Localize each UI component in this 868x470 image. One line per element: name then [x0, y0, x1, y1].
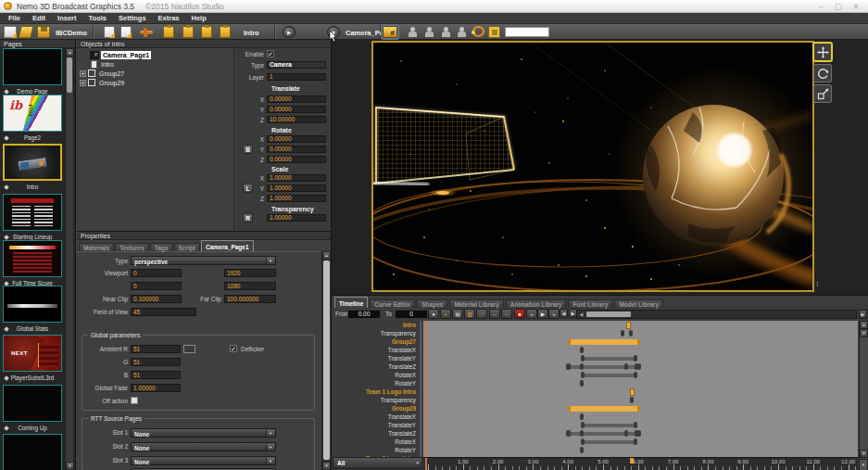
track-name[interactable]: RotateX	[332, 371, 420, 379]
keyframe[interactable]	[580, 380, 584, 387]
scrollbar-thumb[interactable]	[67, 57, 72, 93]
track-bar-group29[interactable]	[568, 406, 639, 412]
rotate-object-tool-icon[interactable]	[440, 26, 453, 38]
record-button[interactable]: ●	[428, 309, 439, 319]
slot-2-dropdown[interactable]: None	[131, 442, 276, 451]
ambient-b-field[interactable]: 51	[131, 371, 181, 379]
track-name[interactable]: Group27	[332, 337, 420, 346]
global-fade-field[interactable]: 1.00000	[131, 384, 181, 392]
keyframe[interactable]	[580, 413, 584, 420]
loop-button[interactable]: ○	[476, 309, 487, 319]
track-name[interactable]: Transparency	[332, 329, 420, 337]
page-label[interactable]: PlayerSubstL3rd	[0, 374, 65, 382]
track-area[interactable]	[423, 321, 858, 457]
scroll-up-icon[interactable]: ▲	[66, 48, 74, 57]
tab-animation-library[interactable]: Animation Library	[506, 299, 567, 308]
rotate-x-field[interactable]: 0.00000	[267, 135, 326, 143]
scale-tool-button[interactable]	[813, 84, 832, 103]
page-thumb-global-stats[interactable]	[3, 286, 62, 323]
copy-keys-button[interactable]: ▤	[452, 309, 463, 319]
fov-field[interactable]: 45	[131, 308, 196, 316]
keyframe[interactable]	[580, 447, 584, 453]
next-key-button[interactable]: →	[501, 309, 512, 319]
properties-scrollbar[interactable]: ▲ ▼	[321, 251, 331, 470]
track-name[interactable]: Team 1 Logo Intro	[332, 387, 420, 396]
track-filter-dropdown[interactable]: All	[333, 457, 422, 469]
paste-keys-button[interactable]: ▥	[464, 309, 475, 319]
translate-y-field[interactable]: 0.00000	[267, 106, 326, 113]
scroll-down-icon[interactable]: ▼	[66, 462, 74, 470]
track-name[interactable]: Intro	[332, 321, 420, 329]
scroll-down-icon[interactable]: ▼	[860, 329, 868, 337]
tab-font-library[interactable]: Font Library	[568, 299, 612, 308]
camera-type-dropdown[interactable]: perspective	[131, 256, 276, 265]
keyframe[interactable]	[630, 397, 634, 403]
to-field[interactable]: 0	[395, 310, 428, 319]
track-bar-translatez[interactable]	[568, 365, 639, 369]
tab-curve-editor[interactable]: Curve Editor	[370, 299, 415, 308]
copy-object-icon[interactable]	[182, 26, 194, 38]
import-page-icon[interactable]	[220, 26, 231, 38]
scroll-left-icon[interactable]: ◀	[560, 309, 568, 318]
menu-item-settings[interactable]: Settings	[119, 14, 146, 22]
menu-item-insert[interactable]: Insert	[57, 14, 76, 22]
scrollbar-thumb[interactable]	[586, 311, 631, 317]
timeline-hscrollbar[interactable]: ◀	[576, 310, 857, 319]
page-label[interactable]: Page2	[0, 133, 65, 142]
track-bar-rotatex[interactable]	[582, 374, 636, 377]
tab-camera_page1[interactable]: Camera_Page1	[201, 240, 254, 251]
pages-scrollbar[interactable]: ▲ ▼	[65, 48, 73, 470]
track-name[interactable]: TranslateX	[332, 413, 420, 421]
track-bar-translatey[interactable]	[582, 424, 636, 427]
transparency-field[interactable]: 1.00000	[267, 214, 326, 222]
from-field[interactable]: 0.00	[347, 310, 381, 319]
close-icon[interactable]: ✕	[851, 2, 861, 11]
translate-tool-icon[interactable]	[423, 26, 436, 38]
track-name[interactable]: Transparency	[332, 396, 420, 404]
menu-item-help[interactable]: Help	[192, 14, 207, 22]
far-clip-field[interactable]: 100.000000	[224, 295, 276, 303]
slot-3-dropdown[interactable]: None	[131, 456, 276, 465]
tab-material-library[interactable]: Material Library	[449, 299, 503, 308]
tab-materials[interactable]: Materials	[79, 243, 114, 251]
tab-shapes[interactable]: Shapes	[417, 299, 447, 308]
track-bar-group27[interactable]	[568, 339, 639, 345]
scrollbar-thumb[interactable]	[323, 260, 330, 460]
keyframe[interactable]	[580, 347, 584, 353]
viewport-resize-icon[interactable]: ↕	[815, 279, 820, 288]
scroll-up-icon[interactable]: ▲	[860, 321, 868, 329]
keyframe[interactable]	[626, 322, 631, 329]
keyframe[interactable]	[635, 430, 638, 437]
ambient-r-field[interactable]: 51	[131, 345, 181, 353]
open-project-icon[interactable]	[18, 26, 33, 38]
viewport-y-field[interactable]: 0	[131, 282, 182, 290]
deflicker-checkbox[interactable]: ✓	[230, 345, 237, 352]
tree-item-group27[interactable]: +Group27	[77, 69, 126, 78]
page-thumb-demo-page[interactable]	[3, 48, 62, 85]
slot-1-dropdown[interactable]: None	[131, 428, 276, 438]
scroll-up-icon[interactable]: ▲	[322, 251, 331, 260]
viewport-x-field[interactable]: 0	[131, 269, 182, 277]
off-action-checkbox[interactable]	[131, 397, 138, 404]
go-end-button[interactable]: »	[548, 309, 560, 319]
render-viewport[interactable]	[371, 41, 814, 292]
keyframe[interactable]	[580, 430, 584, 437]
r-key-button[interactable]: R	[243, 213, 253, 222]
keyframe[interactable]	[621, 330, 624, 337]
scale-x-field[interactable]: 1.00000	[267, 174, 326, 182]
translate-x-field[interactable]: 0.00000	[267, 95, 326, 103]
timeline-ruler[interactable]: 1.002.003.004.005.006.007.008.009.0010.0…	[423, 457, 858, 470]
new-page-icon[interactable]	[104, 26, 115, 38]
scroll-down-icon[interactable]: ▼	[860, 450, 868, 458]
track-name[interactable]: TranslateZ	[332, 362, 420, 371]
expander-icon[interactable]: +	[80, 80, 86, 86]
keyframe[interactable]	[566, 363, 570, 370]
paste-page-icon[interactable]	[201, 26, 212, 38]
keyframe[interactable]	[624, 430, 628, 437]
track-bar-translatez[interactable]	[568, 432, 639, 436]
translate-z-field[interactable]: 10.00000	[267, 116, 326, 123]
move-tool-button[interactable]	[813, 43, 832, 61]
type-field[interactable]: Camera	[267, 61, 326, 69]
scale-z-field[interactable]: 1.00000	[267, 195, 326, 202]
stop-page-button[interactable]: ■	[327, 26, 340, 38]
